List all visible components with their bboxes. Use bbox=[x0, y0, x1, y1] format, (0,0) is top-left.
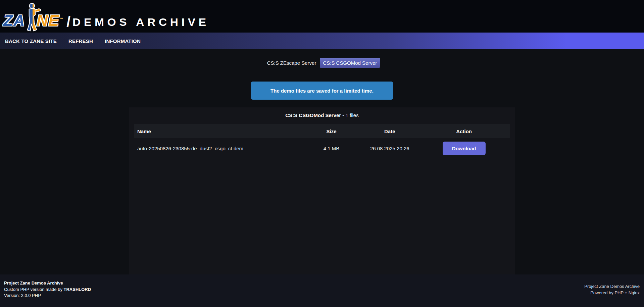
panel-title-server-name: CS:S CSGOMod Server bbox=[285, 112, 341, 118]
nav-information[interactable]: INFORMATION bbox=[105, 38, 141, 44]
file-date: 26.08.2025 20:26 bbox=[361, 138, 418, 159]
footer-powered-by: Powered by PHP + Nginx bbox=[584, 290, 640, 296]
footer-right-title: Project Zane Demos Archive bbox=[584, 283, 640, 290]
panel-title-file-count: - 1 files bbox=[341, 112, 359, 118]
footer-project-title: Project Zane Demos Archive bbox=[4, 280, 91, 287]
logo-separator: / bbox=[63, 15, 72, 31]
server-tabs: CS:S ZEscape Server CS:S CSGOMod Server bbox=[0, 49, 644, 68]
table-header-row: Name Size Date Action bbox=[134, 124, 510, 138]
file-action-cell: Download bbox=[418, 138, 510, 159]
column-header-date: Date bbox=[361, 124, 418, 138]
site-header: ZA NE ™ / DEMOS ARCHIVE bbox=[0, 0, 644, 33]
file-name: auto-20250826-230855-de_dust2_csgo_ct.de… bbox=[134, 138, 301, 159]
files-panel: CS:S CSGOMod Server - 1 files Name Size … bbox=[129, 107, 515, 274]
footer-credit-author: TRASHLORD bbox=[64, 287, 91, 292]
table-row: auto-20250826-230855-de_dust2_csgo_ct.de… bbox=[134, 138, 510, 159]
column-header-size: Size bbox=[301, 124, 361, 138]
column-header-action: Action bbox=[418, 124, 510, 138]
limited-time-banner: The demo files are saved for a limited t… bbox=[251, 82, 393, 100]
files-table: Name Size Date Action auto-20250826-2308… bbox=[134, 124, 510, 159]
panel-title: CS:S CSGOMod Server - 1 files bbox=[129, 107, 515, 124]
nav-bar: BACK TO ZANE SITE REFRESH INFORMATION bbox=[0, 33, 644, 49]
download-button[interactable]: Download bbox=[443, 142, 486, 155]
logo-text-za: ZA bbox=[3, 13, 25, 31]
column-header-name: Name bbox=[134, 124, 301, 138]
soldier-icon bbox=[24, 3, 41, 32]
nav-refresh[interactable]: REFRESH bbox=[68, 38, 93, 44]
footer-left: Project Zane Demos Archive Custom PHP ve… bbox=[4, 280, 91, 307]
footer-right: Project Zane Demos Archive Powered by PH… bbox=[584, 280, 640, 307]
logo-trademark: ™ bbox=[60, 17, 63, 31]
main-content: CS:S ZEscape Server CS:S CSGOMod Server … bbox=[0, 49, 644, 274]
logo-site-title: DEMOS ARCHIVE bbox=[72, 17, 209, 31]
site-logo[interactable]: ZA NE ™ / DEMOS ARCHIVE bbox=[3, 2, 199, 31]
tab-csgomod-server[interactable]: CS:S CSGOMod Server bbox=[320, 58, 380, 68]
nav-back-to-zane-site[interactable]: BACK TO ZANE SITE bbox=[5, 38, 57, 44]
file-size: 4.1 MB bbox=[301, 138, 361, 159]
tab-zescape-server[interactable]: CS:S ZEscape Server bbox=[264, 58, 319, 68]
footer-credit-prefix: Custom PHP version made by bbox=[4, 287, 64, 292]
footer-credit-line: Custom PHP version made by TRASHLORD bbox=[4, 287, 91, 293]
footer-version: Version: 2.0.0 PHP bbox=[4, 293, 91, 299]
site-footer: Project Zane Demos Archive Custom PHP ve… bbox=[0, 274, 644, 307]
